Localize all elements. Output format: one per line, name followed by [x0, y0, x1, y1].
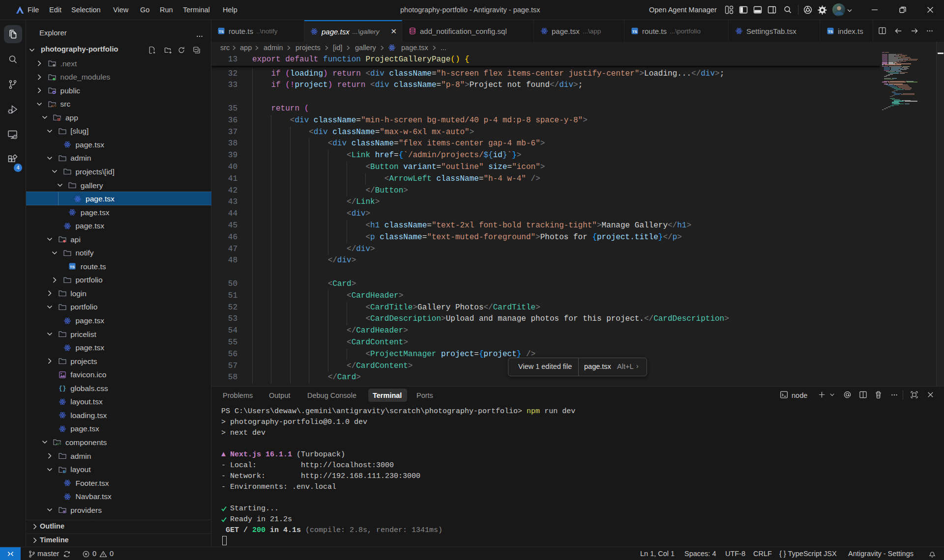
svg-text:</>: </>: [56, 443, 61, 446]
svg-text:TS: TS: [219, 29, 224, 34]
svg-text:TS: TS: [632, 29, 637, 34]
svg-text:TS: TS: [70, 265, 75, 269]
svg-text:TS: TS: [828, 29, 833, 34]
svg-text:{}: {}: [59, 385, 66, 392]
svg-text:</>: </>: [51, 105, 56, 108]
